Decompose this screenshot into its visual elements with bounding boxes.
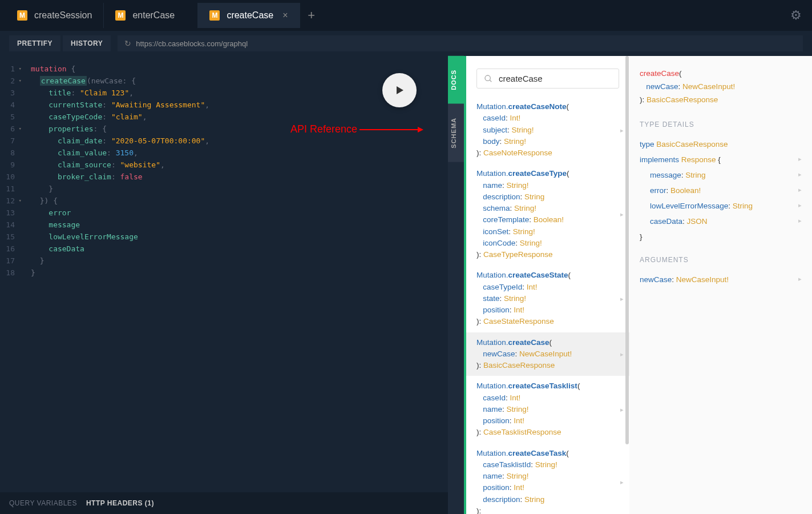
doc-result-createCaseType[interactable]: Mutation.createCaseType( name: String! d… [466,163,629,265]
main-area: 123456789101112131415161718 mutation { c… [0,56,812,514]
details-pane: createCase( newCase: NewCaseInput! ): Ba… [629,56,812,514]
docs-pane: Mutation.createCaseNote( caseId: Int! su… [464,56,629,514]
api-reference-annotation: API Reference [290,123,422,135]
add-tab-button[interactable]: + [300,3,323,28]
chevron-right-icon: ▸ [798,171,802,178]
implements-line[interactable]: implements Response {▸ [640,152,802,167]
chevron-right-icon: ▸ [798,155,802,163]
tab-query-variables[interactable]: QUERY VARIABLES [9,499,77,507]
chevron-right-icon: ▸ [798,202,802,209]
field-lowLevelErrorMessage[interactable]: lowLevelErrorMessage: String▸ [640,198,802,214]
chevron-right-icon: ▸ [620,125,624,135]
editor-pane: 123456789101112131415161718 mutation { c… [0,56,448,514]
gear-icon[interactable]: ⚙ [790,8,802,23]
field-error[interactable]: error: Boolean!▸ [640,183,802,198]
search-icon [484,74,493,83]
field-message[interactable]: message: String▸ [640,167,802,183]
search-input[interactable] [499,74,612,83]
history-button[interactable]: HISTORY [63,35,111,51]
tab-bar: McreateSessionMenterCaseMcreateCase× + ⚙ [0,0,812,31]
run-button[interactable] [382,73,417,107]
doc-result-createCaseNote[interactable]: Mutation.createCaseNote( caseId: Int! su… [466,97,629,163]
side-tabs: DOCS SCHEMA [448,56,464,514]
typedef-line: type BasicCaseResponse [640,136,802,152]
line-gutter: 123456789101112131415161718 [0,63,21,279]
arg-newCase[interactable]: newCase: NewCaseInput!▸ [640,272,802,287]
tab-createCase[interactable]: McreateCase× [198,3,300,28]
mutation-icon: M [115,10,126,21]
mutation-icon: M [17,10,27,21]
tab-label: createCase [227,10,273,21]
mutation-icon: M [209,10,220,21]
tab-schema[interactable]: SCHEMA [448,104,464,162]
endpoint-url: https://cb.caseblocks.com/graphql [136,39,248,48]
arguments-heading: ARGUMENTS [640,256,802,264]
close-icon[interactable]: × [282,10,288,21]
tab-http-headers[interactable]: HTTP HEADERS (1) [86,499,154,507]
doc-result-createCaseTasklist[interactable]: Mutation.createCaseTasklist( caseId: Int… [466,376,629,443]
refresh-icon[interactable]: ↻ [124,39,131,48]
bottom-tabs: QUERY VARIABLES HTTP HEADERS (1) [0,492,448,514]
chevron-right-icon: ▸ [620,477,624,487]
tab-enterCase[interactable]: MenterCase [104,3,198,28]
field-caseData[interactable]: caseData: JSON▸ [640,214,802,229]
scrollbar[interactable] [625,56,629,514]
svg-line-1 [490,80,491,82]
chevron-right-icon: ▸ [620,210,624,219]
doc-result-createCaseState[interactable]: Mutation.createCaseState( caseTypeId: In… [466,265,629,332]
tab-docs[interactable]: DOCS [448,56,464,104]
tab-label: enterCase [132,10,175,21]
code-content[interactable]: mutation { createCase(newCase: { title: … [21,63,209,279]
type-details-heading: TYPE DETAILS [640,121,802,128]
arrow-icon [359,129,422,130]
tab-createSession[interactable]: McreateSession [6,3,104,28]
doc-result-createCaseTask[interactable]: Mutation.createCaseTask( caseTasklistId:… [466,443,629,515]
svg-point-0 [485,75,490,81]
url-bar[interactable]: ↻ https://cb.caseblocks.com/graphql [118,35,803,51]
brace-close: } [640,229,802,244]
play-icon [393,83,406,97]
chevron-right-icon: ▸ [798,217,802,224]
chevron-right-icon: ▸ [798,275,802,283]
tab-label: createSession [34,10,92,21]
chevron-right-icon: ▸ [620,294,624,304]
code-editor[interactable]: 123456789101112131415161718 mutation { c… [0,56,448,279]
chevron-right-icon: ▸ [798,186,802,194]
prettify-button[interactable]: PRETTIFY [9,35,60,51]
chevron-right-icon: ▸ [620,405,624,415]
signature: createCase( newCase: NewCaseInput! ): Ba… [640,67,802,107]
toolbar: PRETTIFY HISTORY ↻ https://cb.caseblocks… [0,31,812,56]
doc-result-createCase[interactable]: Mutation.createCase( newCase: NewCaseInp… [466,332,629,376]
search-box[interactable] [476,69,619,89]
chevron-right-icon: ▸ [620,350,624,359]
